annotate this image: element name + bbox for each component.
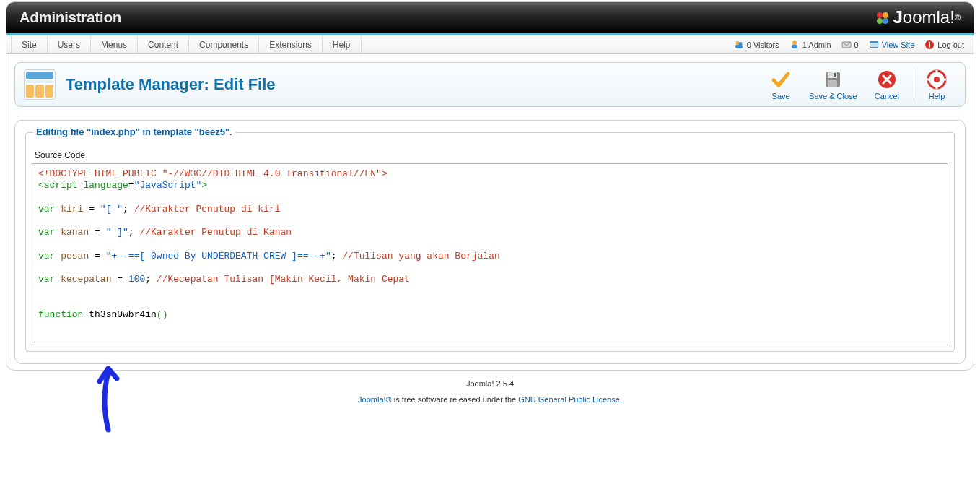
svg-rect-24 [927, 79, 933, 81]
menu-menus[interactable]: Menus [91, 35, 138, 53]
page-title: Template Manager: Edit File [66, 75, 276, 94]
svg-point-0 [877, 12, 883, 18]
floppy-icon [822, 69, 844, 90]
header-bar: Administration Joomla! ® [6, 2, 974, 35]
svg-rect-17 [828, 80, 837, 87]
logout-icon [924, 40, 935, 50]
joomla-logo: Joomla! ® [872, 7, 961, 27]
menu-content[interactable]: Content [138, 35, 189, 53]
save-icon [770, 69, 792, 90]
svg-point-3 [883, 18, 888, 24]
svg-point-14 [929, 46, 930, 48]
admin-icon [789, 40, 800, 50]
status-logout[interactable]: Log out [919, 40, 969, 50]
source-code-label: Source Code [35, 150, 948, 160]
menu-help[interactable]: Help [323, 35, 362, 53]
svg-rect-11 [870, 43, 878, 47]
mail-icon [841, 40, 852, 50]
svg-point-1 [883, 12, 888, 18]
menu-components[interactable]: Components [189, 35, 259, 53]
menu-extensions[interactable]: Extensions [259, 35, 323, 53]
header-title: Administration [19, 9, 121, 26]
viewsite-icon [869, 40, 879, 50]
svg-point-7 [792, 40, 797, 45]
svg-rect-18 [834, 73, 836, 77]
editor-legend: Editing file "index.php" in template "be… [33, 126, 235, 137]
help-button[interactable]: Help [914, 69, 956, 100]
visitors-icon [734, 40, 744, 50]
status-viewsite[interactable]: View Site [864, 40, 920, 50]
save-button[interactable]: Save [761, 69, 800, 100]
status-visitors[interactable]: 0 Visitors [729, 40, 784, 50]
menu-users[interactable]: Users [48, 35, 91, 53]
status-admin[interactable]: 1 Admin [784, 40, 836, 50]
footer-license-link[interactable]: GNU General Public License. [518, 395, 622, 404]
source-code-textarea[interactable]: <!DOCTYPE HTML PUBLIC "-//W3C//DTD HTML … [32, 163, 948, 345]
help-icon [926, 69, 948, 90]
status-messages[interactable]: 0 [836, 40, 864, 50]
svg-rect-6 [735, 45, 743, 48]
joomla-icon [872, 8, 893, 27]
page-toolbar: Template Manager: Edit File Save Save & … [14, 62, 966, 107]
footer-joomla-link[interactable]: Joomla!® [358, 395, 392, 404]
cancel-button[interactable]: Cancel [866, 69, 908, 100]
svg-rect-8 [792, 45, 797, 48]
svg-point-21 [934, 77, 940, 82]
cancel-icon [876, 69, 898, 90]
svg-rect-13 [929, 42, 930, 46]
svg-rect-22 [936, 70, 938, 76]
svg-rect-16 [828, 72, 837, 78]
content-panel: Editing file "index.php" in template "be… [14, 120, 966, 364]
footer-license: Joomla!® is free software released under… [0, 395, 980, 404]
menubar: Site Users Menus Content Components Exte… [6, 35, 974, 54]
svg-rect-23 [936, 83, 938, 89]
footer: Joomla! 2.5.4 Joomla!® is free software … [0, 371, 980, 404]
template-manager-icon [24, 69, 56, 100]
svg-point-2 [877, 18, 883, 24]
svg-rect-25 [940, 79, 946, 81]
save-close-button[interactable]: Save & Close [800, 69, 866, 100]
footer-version: Joomla! 2.5.4 [0, 379, 980, 388]
menu-site[interactable]: Site [11, 35, 48, 53]
editor-fieldset: Editing file "index.php" in template "be… [25, 132, 955, 352]
